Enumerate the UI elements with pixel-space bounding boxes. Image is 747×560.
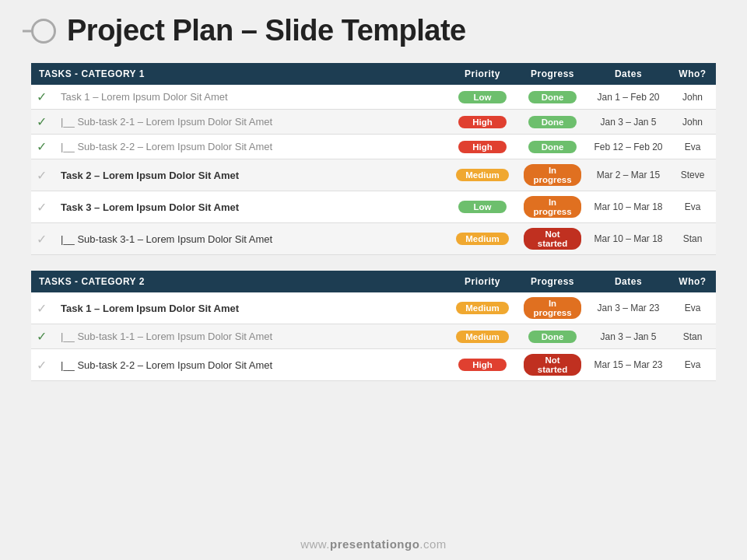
progress-badge: Done	[517, 85, 587, 110]
who-cell: Stan	[669, 324, 716, 349]
cat2-col-who: Who?	[669, 271, 716, 292]
progress-badge: In progress	[517, 191, 587, 223]
progress-badge: Not started	[517, 349, 587, 381]
table-row: ✓|__ Sub-task 2-1 – Lorem Ipsum Dolor Si…	[31, 110, 716, 135]
priority-badge: Medium	[447, 223, 517, 255]
dates-cell: Mar 10 – Mar 18	[587, 191, 669, 223]
category2-table: TASKS - CATEGORY 2 Priority Progress Dat…	[31, 271, 716, 381]
check-icon: ✓	[31, 292, 54, 324]
cat1-header-label: TASKS - CATEGORY 1	[31, 63, 447, 85]
table-row: ✓Task 2 – Lorem Ipsum Dolor Sit AmetMedi…	[31, 159, 716, 191]
check-icon: ✓	[31, 110, 54, 135]
who-cell: Eva	[669, 135, 716, 159]
priority-badge: High	[447, 349, 517, 381]
table-row: ✓Task 1 – Lorem Ipsum Dolor Sit AmetLowD…	[31, 85, 716, 110]
table-row: ✓Task 3 – Lorem Ipsum Dolor Sit AmetLowI…	[31, 191, 716, 223]
dates-cell: Jan 3 – Mar 23	[587, 292, 669, 324]
check-icon: ✓	[31, 85, 54, 110]
cat2-col-dates: Dates	[587, 271, 669, 292]
task-label: Task 3 – Lorem Ipsum Dolor Sit Amet	[54, 191, 447, 223]
priority-badge: Low	[447, 191, 517, 223]
dates-cell: Feb 12 – Feb 20	[587, 135, 669, 159]
progress-badge: In progress	[517, 292, 587, 324]
progress-badge: In progress	[517, 159, 587, 191]
header-icon	[31, 19, 56, 44]
page-title: Project Plan – Slide Template	[67, 14, 466, 47]
priority-badge: Medium	[447, 159, 517, 191]
task-label: Task 2 – Lorem Ipsum Dolor Sit Amet	[54, 159, 447, 191]
cat1-col-progress: Progress	[517, 63, 587, 85]
task-label: Task 1 – Lorem Ipsum Dolor Sit Amet	[54, 85, 447, 110]
task-label: |__ Sub-task 2-1 – Lorem Ipsum Dolor Sit…	[54, 110, 447, 135]
who-cell: Eva	[669, 191, 716, 223]
task-label: |__ Sub-task 1-1 – Lorem Ipsum Dolor Sit…	[54, 324, 447, 349]
task-label: |__ Sub-task 2-2 – Lorem Ipsum Dolor Sit…	[54, 349, 447, 381]
category1-table: TASKS - CATEGORY 1 Priority Progress Dat…	[31, 63, 716, 255]
footer-watermark: www.presentationgo.com	[0, 537, 747, 551]
header-area: Project Plan – Slide Template	[0, 0, 747, 55]
who-cell: Eva	[669, 349, 716, 381]
table-row: ✓|__ Sub-task 1-1 – Lorem Ipsum Dolor Si…	[31, 324, 716, 349]
cat2-header-label: TASKS - CATEGORY 2	[31, 271, 447, 292]
footer-text-end: .com	[419, 537, 447, 551]
who-cell: Stan	[669, 223, 716, 255]
cat2-col-priority: Priority	[447, 271, 517, 292]
dates-cell: Jan 3 – Jan 5	[587, 324, 669, 349]
check-icon: ✓	[31, 159, 54, 191]
table-row: ✓|__ Sub-task 3-1 – Lorem Ipsum Dolor Si…	[31, 223, 716, 255]
table-row: ✓Task 1 – Lorem Ipsum Dolor Sit AmetMedi…	[31, 292, 716, 324]
who-cell: John	[669, 110, 716, 135]
check-icon: ✓	[31, 349, 54, 381]
cat2-header-row: TASKS - CATEGORY 2 Priority Progress Dat…	[31, 271, 716, 292]
dates-cell: Jan 1 – Feb 20	[587, 85, 669, 110]
check-icon: ✓	[31, 191, 54, 223]
priority-badge: High	[447, 135, 517, 159]
cat2-col-progress: Progress	[517, 271, 587, 292]
dates-cell: Mar 15 – Mar 23	[587, 349, 669, 381]
check-icon: ✓	[31, 223, 54, 255]
progress-badge: Not started	[517, 223, 587, 255]
content-area: TASKS - CATEGORY 1 Priority Progress Dat…	[0, 55, 747, 404]
priority-badge: High	[447, 110, 517, 135]
who-cell: Steve	[669, 159, 716, 191]
cat1-col-who: Who?	[669, 63, 716, 85]
who-cell: John	[669, 85, 716, 110]
task-label: |__ Sub-task 2-2 – Lorem Ipsum Dolor Sit…	[54, 135, 447, 159]
table-row: ✓|__ Sub-task 2-2 – Lorem Ipsum Dolor Si…	[31, 135, 716, 159]
progress-badge: Done	[517, 324, 587, 349]
priority-badge: Medium	[447, 324, 517, 349]
dates-cell: Jan 3 – Jan 5	[587, 110, 669, 135]
check-icon: ✓	[31, 135, 54, 159]
who-cell: Eva	[669, 292, 716, 324]
dates-cell: Mar 10 – Mar 18	[587, 223, 669, 255]
cat1-col-dates: Dates	[587, 63, 669, 85]
priority-badge: Low	[447, 85, 517, 110]
progress-badge: Done	[517, 135, 587, 159]
cat1-col-priority: Priority	[447, 63, 517, 85]
task-label: Task 1 – Lorem Ipsum Dolor Sit Amet	[54, 292, 447, 324]
footer-text-bold: presentationgo	[330, 537, 419, 551]
check-icon: ✓	[31, 324, 54, 349]
cat1-header-row: TASKS - CATEGORY 1 Priority Progress Dat…	[31, 63, 716, 85]
task-label: |__ Sub-task 3-1 – Lorem Ipsum Dolor Sit…	[54, 223, 447, 255]
priority-badge: Medium	[447, 292, 517, 324]
footer-text-plain: www.	[300, 537, 330, 551]
progress-badge: Done	[517, 110, 587, 135]
dates-cell: Mar 2 – Mar 15	[587, 159, 669, 191]
table-row: ✓|__ Sub-task 2-2 – Lorem Ipsum Dolor Si…	[31, 349, 716, 381]
